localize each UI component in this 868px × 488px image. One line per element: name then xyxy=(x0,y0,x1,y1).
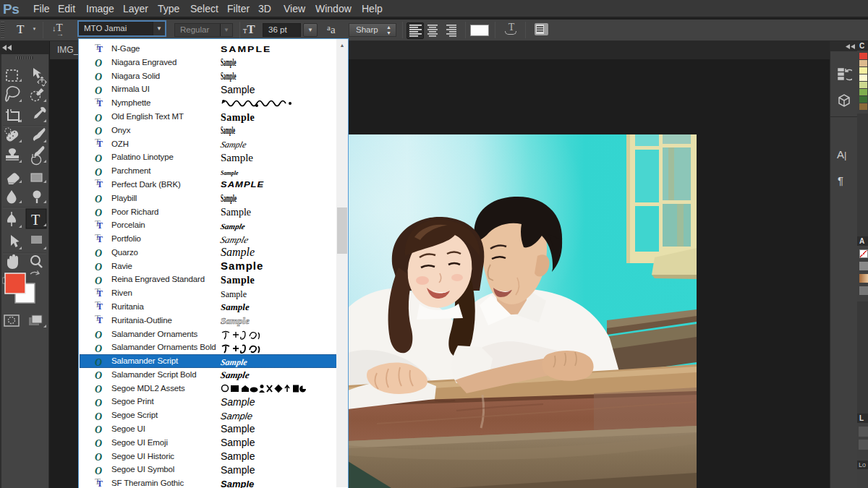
svg-text:T: T xyxy=(31,212,40,228)
